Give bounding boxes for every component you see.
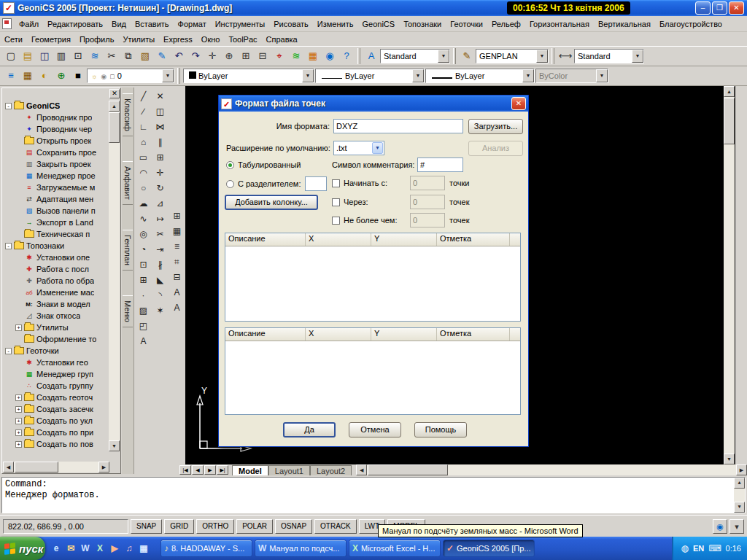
publish-icon[interactable]: ≋ [87, 48, 103, 64]
keyboard-icon[interactable]: ⌨ [708, 543, 721, 553]
side-tab[interactable]: Генплан [123, 230, 133, 271]
menu-item[interactable]: Горизонтальная [525, 18, 594, 30]
scroll-right-icon[interactable]: ▶ [98, 462, 109, 472]
zoom-previous-icon[interactable]: ⊟ [255, 48, 271, 64]
break-icon[interactable]: ∦ [152, 257, 168, 272]
menu-item[interactable]: Файл [15, 18, 43, 30]
extend-icon[interactable]: ⇥ [152, 242, 168, 257]
add-column-button[interactable]: Добавить колонку... [225, 195, 318, 210]
side-tab[interactable]: Классиф [123, 93, 133, 136]
tree-item[interactable]: Загружаемые м [2, 182, 109, 193]
open-file-icon[interactable]: ▤ [20, 48, 36, 64]
text-style-icon[interactable]: A [363, 48, 379, 64]
media-player-icon[interactable]: ▶ [108, 541, 121, 556]
plot-preview-icon[interactable]: ⊡ [70, 48, 86, 64]
status-toggle-button[interactable]: GRID [164, 519, 194, 534]
table-column-header[interactable]: Описание [225, 233, 306, 246]
table-column-header[interactable]: Отметка [437, 233, 510, 246]
scroll-thumb[interactable] [15, 462, 58, 472]
menu-item[interactable]: Инструменты [211, 18, 270, 30]
menu-item[interactable]: Геометрия [27, 34, 75, 45]
ellipse-icon[interactable]: ◎ [136, 227, 151, 241]
region-icon[interactable]: ◰ [136, 319, 151, 333]
chevron-down-icon[interactable]: ▼ [536, 50, 548, 63]
outlook-icon[interactable]: ✉ [64, 541, 77, 556]
scroll-thumb[interactable] [109, 112, 120, 143]
scroll-up-icon[interactable]: ▲ [109, 101, 120, 112]
table-column-header[interactable]: Отметка [437, 328, 510, 341]
tree-expander[interactable]: - [5, 103, 12, 109]
tab-model[interactable]: Model [232, 465, 268, 475]
tree-item[interactable]: Экспорт в Land [2, 217, 109, 228]
delimited-radio[interactable] [226, 180, 234, 188]
point-icon[interactable]: ∙ [136, 288, 151, 303]
polygon-icon[interactable]: ⌂ [136, 135, 151, 149]
side-tab[interactable]: Алфавит [123, 161, 133, 205]
line-icon[interactable]: ╱ [136, 89, 151, 104]
tree-item[interactable]: Вызов панели п [2, 205, 109, 217]
hatch-icon[interactable]: ▨ [136, 303, 151, 318]
ok-button[interactable]: Да [283, 422, 336, 438]
next-tab-icon[interactable]: ▶ [204, 465, 216, 475]
tab-layout2[interactable]: Layout2 [310, 465, 352, 475]
menu-item[interactable]: Благоустройство [655, 18, 727, 30]
tree-item[interactable]: + Создать по пов [2, 438, 109, 450]
geonics-survey-icon[interactable]: ⌖ [271, 48, 287, 64]
menu-item[interactable]: Профиль [75, 34, 119, 45]
format-columns-body[interactable] [225, 246, 520, 321]
menu-item[interactable]: Топознаки [399, 18, 446, 30]
save-icon[interactable]: ◫ [36, 48, 53, 64]
communication-center-icon[interactable]: ◉ [713, 519, 727, 534]
tree-item[interactable]: Изменение мас [2, 287, 109, 298]
paste-icon[interactable]: ▧ [137, 48, 153, 64]
scroll-thumb[interactable] [368, 464, 448, 475]
canvas-horizontal-scrollbar[interactable]: ◀ ▶ [356, 464, 747, 475]
table-column-header[interactable] [510, 233, 520, 246]
grid-icon[interactable]: ⌗ [169, 254, 185, 269]
status-menu-icon[interactable]: ▾ [729, 519, 744, 534]
menu-item[interactable]: Изменить [313, 18, 358, 30]
tree-item-geonics[interactable]: - GeoniCS [2, 100, 109, 112]
redo-icon[interactable]: ↷ [187, 48, 204, 64]
color-swatch-icon[interactable]: ■ [70, 68, 86, 84]
layers-icon[interactable]: ≡ [3, 68, 19, 84]
table-column-header[interactable] [510, 328, 520, 341]
chevron-down-icon[interactable]: ▼ [162, 69, 174, 82]
polyline-icon[interactable]: ∟ [136, 120, 151, 134]
tree-item[interactable]: Оформление то [2, 333, 109, 345]
linetype-combo[interactable]: ByLayer ▼ [315, 69, 425, 83]
winamp-icon[interactable]: ♫ [123, 541, 136, 556]
command-scrollbar[interactable]: ▲ ▼ [734, 478, 745, 513]
tree-item[interactable]: + Создать по укл [2, 415, 109, 427]
tree-expander[interactable]: + [15, 394, 22, 401]
load-button[interactable]: Загрузить... [468, 119, 523, 134]
tree-expander[interactable]: + [15, 429, 22, 436]
cut-icon[interactable]: ✂ [104, 48, 120, 64]
menu-item[interactable]: Формат [174, 18, 211, 30]
tree-expander[interactable]: + [15, 324, 22, 331]
start-with-checkbox[interactable] [332, 179, 340, 187]
tree-item[interactable]: Знак откоса [2, 310, 109, 322]
minimize-button[interactable]: – [695, 1, 711, 15]
trim-icon[interactable]: ✂ [152, 227, 168, 241]
mirror-icon[interactable]: ⋈ [152, 120, 168, 134]
dialog-close-button[interactable]: ✕ [511, 97, 526, 110]
arc-icon[interactable]: ◠ [136, 166, 151, 180]
task-haddaway[interactable]: ♪ 8. HADDAWAY - S... [160, 540, 252, 557]
status-toggle-button[interactable]: POLAR [236, 519, 273, 534]
menu-item[interactable]: Редактировать [43, 18, 107, 30]
revcloud-icon[interactable]: ☁ [136, 196, 151, 211]
scroll-thumb[interactable] [724, 98, 735, 144]
command-text-area[interactable]: Command:Менеджер форматов. ▲ ▼ [1, 477, 746, 513]
tree-item[interactable]: Проводник про [2, 112, 109, 123]
scroll-up-icon[interactable]: ▲ [734, 478, 745, 489]
scroll-down-icon[interactable]: ▼ [734, 502, 745, 513]
chevron-down-icon[interactable]: ▼ [632, 50, 643, 63]
copy-object-icon[interactable]: ◫ [152, 104, 168, 119]
scroll-down-icon[interactable]: ▼ [109, 440, 120, 451]
genplan-combo[interactable]: GENPLAN ▼ [476, 49, 549, 63]
show-desktop-icon[interactable]: ▦ [137, 541, 150, 556]
dim-style-combo[interactable]: Standard ▼ [574, 49, 644, 63]
chevron-down-icon[interactable]: ▼ [438, 50, 449, 63]
undo-icon[interactable]: ↶ [171, 48, 187, 64]
